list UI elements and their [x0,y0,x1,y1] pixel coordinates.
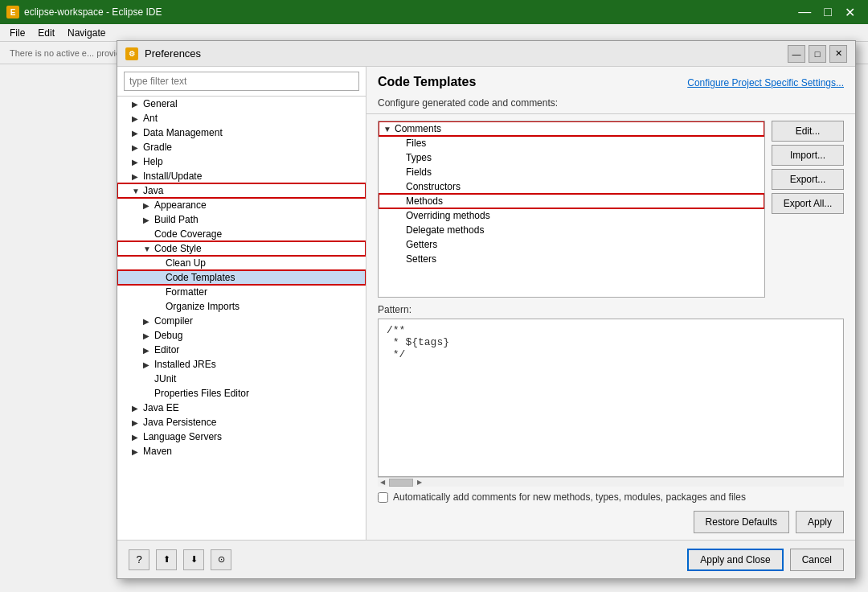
tree-arrow: ▼ [143,245,154,253]
help-icon-button[interactable]: ? [129,549,149,570]
restore-btn[interactable]: □ [817,5,838,19]
filter-input[interactable] [124,72,359,91]
export-prefs-button[interactable]: ⬆ [156,549,177,570]
template-constructors[interactable]: ▶ Constructors [379,179,764,194]
template-label: Setters [406,253,436,265]
scroll-left-arrow[interactable]: ◀ [378,479,387,486]
tree-item-installed-jres[interactable]: ▶ Installed JREs [117,357,366,372]
import-button[interactable]: Import... [772,145,844,166]
dialog-minimize[interactable]: — [788,45,805,63]
tree-item-ant[interactable]: ▶ Ant [117,111,366,125]
export-button[interactable]: Export... [772,169,844,190]
tree-item-debug[interactable]: ▶ Debug [117,328,366,343]
horizontal-scroll-thumb [389,479,413,487]
tree-item-build-path[interactable]: ▶ Build Path [117,212,366,227]
minimize-btn[interactable]: — [792,5,817,19]
template-label: Fields [406,166,432,178]
pattern-area[interactable]: /** * ${tags} */ [378,319,844,477]
tree-arrow: ▶ [143,216,154,224]
close-btn[interactable]: ✕ [838,5,862,20]
tree-arrow: ▶ [143,331,154,340]
import-prefs-button[interactable]: ⬇ [183,549,204,570]
apply-button[interactable]: Apply [796,511,844,533]
template-comments[interactable]: ▼ Comments [379,121,764,136]
menu-navigate[interactable]: Navigate [61,27,112,39]
tree-item-java-persistence[interactable]: ▶ Java Persistence [117,415,366,430]
template-label: Overriding methods [406,210,490,221]
template-label: Methods [406,195,443,207]
menu-file[interactable]: File [3,27,31,39]
pattern-horizontal-scrollbar[interactable]: ◀ ▶ [378,477,844,487]
tree-label: Java Persistence [143,417,362,428]
configure-project-link[interactable]: Configure Project Specific Settings... [687,77,844,88]
tree-arrow: ▶ [143,360,154,369]
template-overriding-methods[interactable]: ▶ Overriding methods [379,208,764,223]
tree-label: Compiler [154,315,362,327]
tree-item-data-management[interactable]: ▶ Data Management [117,125,366,140]
tree-item-java[interactable]: ▼ Java [117,183,366,198]
tree-label: Install/Update [143,171,362,182]
restore-defaults-button[interactable]: Restore Defaults [694,511,789,533]
tree-item-compiler[interactable]: ▶ Compiler [117,314,366,328]
tree-item-properties-files-editor[interactable]: ▶ Properties Files Editor [117,386,366,401]
filter-wrapper [117,67,366,97]
tree-arrow: ▶ [132,418,143,427]
tree-label: Organize Imports [166,301,362,312]
footer-right-buttons: Apply and Close Cancel [687,549,844,571]
template-label: Types [406,152,432,163]
dialog-maximize[interactable]: □ [809,45,826,63]
eclipse-title: eclipse-workspace - Eclipse IDE [24,6,162,18]
record-button[interactable]: ⊙ [211,549,231,570]
tree-item-java-ee[interactable]: ▶ Java EE [117,401,366,415]
template-types[interactable]: ▶ Types [379,150,764,165]
tree-item-clean-up[interactable]: ▶ Clean Up [117,256,366,270]
template-methods[interactable]: ▶ Methods [379,194,764,208]
eclipse-icon: E [6,6,19,18]
scroll-right-arrow[interactable]: ▶ [415,479,424,486]
tree-item-code-templates[interactable]: ▶ Code Templates [117,270,366,285]
template-getters[interactable]: ▶ Getters [379,237,764,252]
tree-item-junit[interactable]: ▶ JUnit [117,372,366,386]
template-setters[interactable]: ▶ Setters [379,252,764,266]
code-templates-tree: ▼ Comments ▶ Files ▶ Types ▶ [378,121,765,298]
tree-label: General [143,98,362,109]
tree-item-help[interactable]: ▶ Help [117,154,366,169]
cancel-button[interactable]: Cancel [790,549,844,571]
expand-arrow: ▼ [383,125,395,134]
pattern-section: Pattern: /** * ${tags} */ ◀ ▶ [378,304,844,487]
tree-item-editor[interactable]: ▶ Editor [117,343,366,357]
tree-item-gradle[interactable]: ▶ Gradle [117,140,366,154]
template-delegate-methods[interactable]: ▶ Delegate methods [379,223,764,237]
template-label: Constructors [406,181,461,192]
tree-label: Installed JREs [154,359,362,370]
eclipse-titlebar: E eclipse-workspace - Eclipse IDE — □ ✕ [0,0,868,24]
eclipse-menubar: File Edit Navigate [0,24,868,42]
edit-button[interactable]: Edit... [772,121,844,142]
apply-and-close-button[interactable]: Apply and Close [687,549,783,571]
tree-item-general[interactable]: ▶ General [117,97,366,111]
template-fields[interactable]: ▶ Fields [379,165,764,179]
template-label: Delegate methods [406,224,484,236]
export-all-button[interactable]: Export All... [772,193,844,214]
dialog-body: ▶ General ▶ Ant ▶ Data Management ▶ Grad… [117,67,855,540]
auto-comments-checkbox[interactable] [378,492,388,503]
dialog-close[interactable]: ✕ [829,45,847,63]
dialog-titlebar: ⚙ Preferences — □ ✕ [117,41,855,67]
tree-label: Editor [154,344,362,356]
tree-item-install-update[interactable]: ▶ Install/Update [117,169,366,183]
tree-item-code-style[interactable]: ▼ Code Style [117,241,366,256]
tree-item-formatter[interactable]: ▶ Formatter [117,285,366,299]
tree-arrow: ▶ [132,143,143,152]
template-files[interactable]: ▶ Files [379,136,764,150]
tree-item-code-coverage[interactable]: ▶ Code Coverage [117,227,366,241]
tree-item-language-servers[interactable]: ▶ Language Servers [117,430,366,444]
tree-item-maven[interactable]: ▶ Maven [117,444,366,458]
tree-and-buttons-wrapper: ▼ Comments ▶ Files ▶ Types ▶ [378,121,844,298]
tree-label: Help [143,156,362,167]
tree-item-appearance[interactable]: ▶ Appearance [117,198,366,212]
menu-edit[interactable]: Edit [31,27,61,39]
tree-label: Clean Up [166,257,362,269]
tree-arrow: ▶ [132,172,143,181]
tree-item-organize-imports[interactable]: ▶ Organize Imports [117,299,366,314]
tree-arrow: ▶ [132,433,143,442]
